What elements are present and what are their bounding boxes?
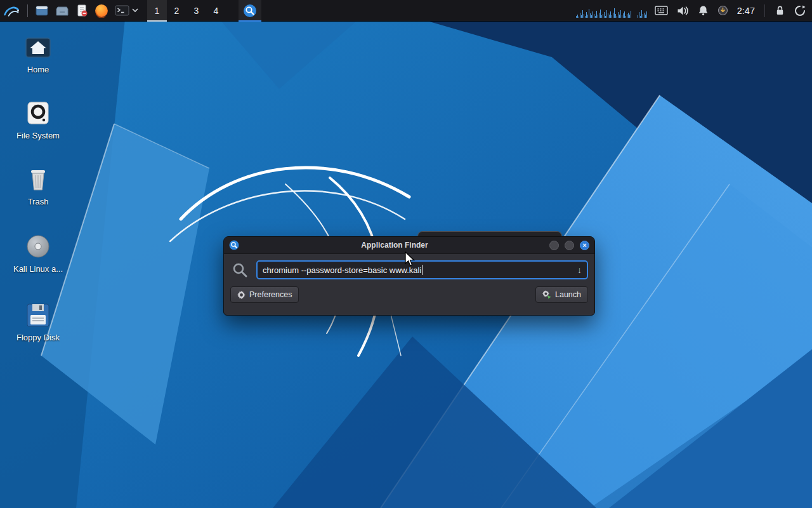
- lock-screen-button[interactable]: [773, 1, 787, 20]
- text-caret: [422, 265, 422, 275]
- launch-button[interactable]: Launch: [535, 286, 588, 303]
- window-button-application-finder[interactable]: [239, 0, 261, 22]
- workspace-3-label: 3: [194, 6, 199, 16]
- folder-icon: [55, 4, 69, 17]
- desktop-icon-label: Home: [27, 65, 49, 74]
- launch-label: Launch: [555, 290, 581, 299]
- application-finder-icon: [229, 240, 239, 250]
- mouse-cursor: [403, 251, 416, 267]
- firefox-launcher[interactable]: [93, 1, 110, 20]
- lock-icon: [775, 5, 785, 16]
- window-controls: ×: [544, 241, 589, 250]
- keyboard-layout-tray-button[interactable]: [653, 1, 669, 20]
- trash-icon: [24, 166, 52, 193]
- applications-menu-button[interactable]: [1, 1, 22, 20]
- application-finder-icon: [243, 4, 257, 18]
- command-input-value: chromium --password-store=basic www.kali: [263, 265, 421, 275]
- maximize-button[interactable]: [565, 241, 574, 250]
- updates-icon: [717, 5, 728, 16]
- firefox-icon: [95, 4, 108, 18]
- search-icon: [232, 262, 248, 278]
- power-icon: [794, 5, 806, 17]
- desktop-icon-label: Floppy Disk: [16, 333, 60, 342]
- button-row: Preferences Launch: [224, 284, 594, 303]
- workspace-1[interactable]: 1: [147, 0, 167, 22]
- gear-icon: [237, 291, 246, 299]
- terminal-launcher[interactable]: [114, 1, 131, 20]
- desktop-icon-floppy-disk[interactable]: Floppy Disk: [8, 302, 69, 342]
- text-editor-icon: [75, 4, 88, 17]
- bell-icon: [698, 5, 709, 16]
- desktop-icon-home[interactable]: Home: [8, 34, 69, 74]
- terminal-launcher-dropdown[interactable]: [132, 1, 138, 20]
- workspace-switcher: 1 2 3 4: [147, 0, 226, 22]
- clock[interactable]: 2:47: [736, 6, 756, 16]
- launch-icon: [542, 290, 551, 299]
- window-title: Application Finder: [246, 241, 544, 250]
- file-manager-icon: [35, 4, 49, 17]
- desktop-icon-label: Trash: [28, 197, 49, 206]
- panel-separator: [27, 4, 28, 17]
- desktop-icon-file-system[interactable]: File System: [8, 100, 69, 140]
- preferences-label: Preferences: [249, 290, 292, 299]
- desktop-icon-kali-cd[interactable]: Kali Linux a...: [8, 234, 69, 274]
- workspace-1-label: 1: [155, 6, 160, 16]
- drive-icon: [24, 100, 52, 127]
- workspace-2[interactable]: 2: [167, 0, 187, 22]
- minimize-button[interactable]: [549, 241, 559, 250]
- logout-button[interactable]: [793, 1, 807, 20]
- workspace-2-label: 2: [174, 6, 180, 16]
- workspace-4-label: 4: [214, 6, 219, 16]
- desktop-icon-label: Kali Linux a...: [13, 264, 63, 274]
- floppy-disk-icon: [24, 302, 52, 329]
- desktop-icon-label: File System: [16, 131, 60, 140]
- taskbar: 1 2 3 4: [0, 0, 812, 22]
- preferences-button[interactable]: Preferences: [230, 286, 299, 303]
- keyboard-icon: [655, 6, 668, 15]
- terminal-icon: [115, 4, 129, 17]
- text-editor-launcher[interactable]: [74, 1, 89, 20]
- kali-logo-icon: [3, 3, 20, 19]
- volume-tray-button[interactable]: [676, 1, 690, 20]
- notifications-tray-button[interactable]: [697, 1, 710, 20]
- volume-icon: [677, 6, 689, 16]
- workspace-4[interactable]: 4: [206, 0, 226, 22]
- application-finder-window: Application Finder × chromium --password…: [223, 236, 595, 316]
- file-manager-launcher[interactable]: [34, 1, 50, 20]
- desktop-icon-trash[interactable]: Trash: [8, 166, 69, 206]
- updates-tray-button[interactable]: [716, 1, 730, 20]
- folder-launcher[interactable]: [54, 1, 70, 20]
- home-icon: [23, 34, 53, 61]
- panel-separator: [764, 4, 765, 17]
- command-input[interactable]: chromium --password-store=basic www.kali…: [256, 260, 588, 279]
- close-button[interactable]: ×: [580, 241, 589, 250]
- chevron-down-icon: [132, 8, 138, 13]
- workspace-3[interactable]: 3: [187, 0, 206, 22]
- cd-disc-icon: [24, 234, 52, 260]
- system-monitor-net-graph[interactable]: [638, 4, 647, 18]
- history-dropdown-icon[interactable]: ↓: [577, 265, 582, 275]
- system-monitor-cpu-graph[interactable]: [576, 4, 631, 18]
